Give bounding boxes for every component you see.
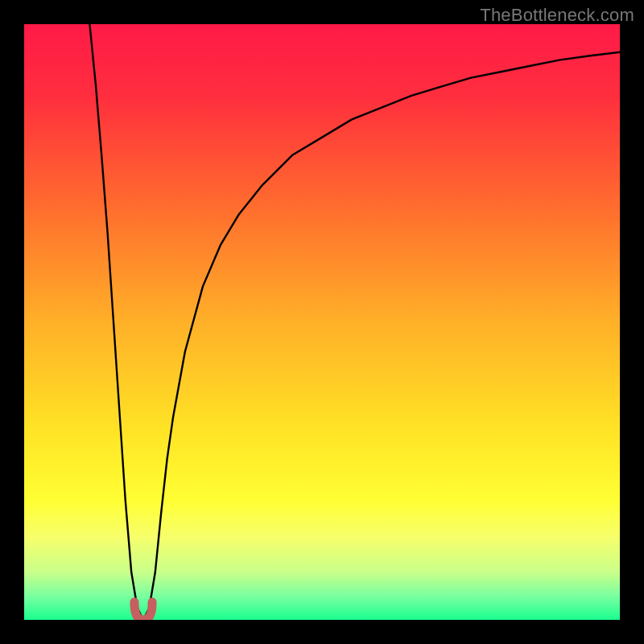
- chart-svg: [24, 24, 620, 620]
- chart-frame: TheBottleneck.com: [0, 0, 644, 644]
- watermark-text: TheBottleneck.com: [480, 5, 634, 26]
- plot-area: [24, 24, 620, 620]
